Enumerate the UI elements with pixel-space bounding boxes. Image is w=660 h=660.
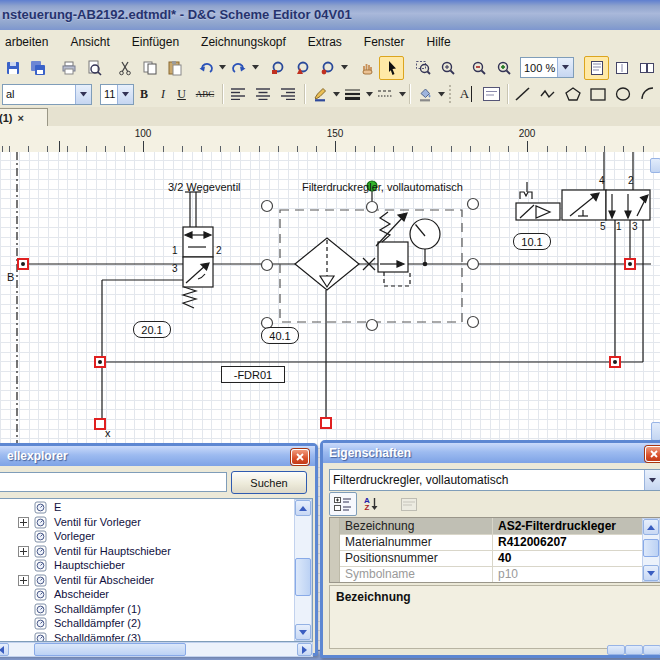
- scroll-up-icon[interactable]: [295, 500, 311, 516]
- text-icon[interactable]: A: [454, 82, 479, 106]
- text-box-icon[interactable]: [479, 82, 504, 106]
- expand-icon[interactable]: [18, 517, 29, 528]
- valve-3-2-symbol[interactable]: [183, 192, 213, 308]
- font-name-arrow-icon[interactable]: [75, 85, 91, 104]
- underline-button[interactable]: U: [172, 82, 191, 106]
- property-row[interactable]: Materialnummer R412006207: [330, 534, 660, 551]
- valve-5-2-symbol[interactable]: [516, 182, 650, 220]
- view-page-icon[interactable]: [584, 56, 609, 80]
- polyline-tool-icon[interactable]: [535, 82, 560, 106]
- zoom-dynamic-icon[interactable]: [435, 56, 460, 80]
- zoom-window-icon[interactable]: [410, 56, 435, 80]
- pressure-gauge-symbol[interactable]: [410, 219, 440, 266]
- align-left-icon[interactable]: [226, 82, 251, 106]
- rectangle-tool-icon[interactable]: [585, 82, 610, 106]
- pen-color-icon[interactable]: [307, 82, 332, 106]
- save-all-icon[interactable]: [25, 56, 50, 80]
- scroll-thumb[interactable]: [295, 558, 311, 596]
- select-icon[interactable]: [379, 56, 404, 80]
- explorer-title-bar[interactable]: ellexplorer: [0, 446, 315, 466]
- document-tab[interactable]: (1) ×: [0, 108, 48, 127]
- fill-color-icon[interactable]: [413, 82, 438, 106]
- alphabetical-sort-button[interactable]: AZ: [357, 492, 385, 516]
- zoom-out-icon[interactable]: [466, 56, 491, 80]
- property-value[interactable]: AS2-Filterdruckleger: [493, 518, 660, 534]
- scroll-left-icon[interactable]: [0, 643, 9, 656]
- print-preview-icon[interactable]: [81, 56, 106, 80]
- filter-symbol[interactable]: [295, 238, 359, 290]
- strikethrough-button[interactable]: ABC: [191, 82, 219, 106]
- line-style-icon[interactable]: [373, 82, 398, 106]
- hscroll-fragment[interactable]: [643, 645, 660, 655]
- menu-zeichnungskopf[interactable]: Zeichnungskopf: [193, 32, 294, 52]
- property-grid[interactable]: Bezeichnung AS2-Filterdruckleger Materia…: [329, 517, 660, 583]
- line-width-icon[interactable]: [340, 82, 365, 106]
- align-right-icon[interactable]: [276, 82, 301, 106]
- fill-color-dropdown-icon[interactable]: [438, 83, 446, 105]
- property-value[interactable]: 40: [493, 550, 660, 566]
- pan-icon[interactable]: [354, 56, 379, 80]
- property-row[interactable]: Bezeichnung AS2-Filterdruckleger: [330, 518, 660, 535]
- font-size-combo[interactable]: 11: [100, 84, 134, 105]
- expand-icon[interactable]: [18, 546, 29, 557]
- redo-dropdown-icon[interactable]: [251, 57, 259, 79]
- grid-vertical-scrollbar[interactable]: [642, 518, 660, 582]
- view-two-pages-icon[interactable]: [634, 56, 659, 80]
- zoom-combo-arrow-icon[interactable]: [557, 58, 573, 77]
- explorer-search-input[interactable]: [0, 472, 227, 492]
- pen-color-dropdown-icon[interactable]: [332, 83, 340, 105]
- explorer-tree[interactable]: E Ventil für Vorleger Vorleger Ventil fü…: [0, 498, 313, 642]
- scroll-thumb[interactable]: [34, 643, 186, 656]
- redo-icon[interactable]: [226, 56, 251, 80]
- regulator-symbol[interactable]: [363, 212, 410, 286]
- tree-vertical-scrollbar[interactable]: [294, 499, 312, 641]
- check-symbols-icon[interactable]: [290, 56, 315, 80]
- properties-title-bar[interactable]: Eigenschaften: [323, 443, 660, 463]
- explorer-horizontal-scrollbar[interactable]: [0, 642, 313, 657]
- line-width-dropdown-icon[interactable]: [365, 83, 373, 105]
- position-tag-10[interactable]: 10.1: [513, 233, 551, 250]
- zoom-level-combo[interactable]: 100 %: [520, 57, 574, 78]
- undo-icon[interactable]: [193, 56, 218, 80]
- component-selector-arrow-icon[interactable]: [644, 470, 660, 490]
- canvas-scroll-up-icon[interactable]: [650, 158, 660, 173]
- check-drawing-icon[interactable]: [265, 56, 290, 80]
- bold-button[interactable]: B: [134, 82, 154, 106]
- device-tag-fdr01[interactable]: -FDR01: [221, 366, 285, 383]
- zoom-in-icon[interactable]: [491, 56, 516, 80]
- component-selector-combo[interactable]: Filterdruckregler, vollautomatisch: [329, 469, 660, 491]
- property-value[interactable]: R412006207: [493, 534, 660, 550]
- explorer-close-icon[interactable]: [291, 449, 309, 465]
- scroll-thumb[interactable]: [643, 539, 659, 557]
- hscroll-fragment[interactable]: [625, 645, 643, 655]
- menu-fenster[interactable]: Fenster: [356, 32, 413, 52]
- paste-icon[interactable]: [162, 56, 187, 80]
- font-name-combo[interactable]: al: [2, 84, 92, 105]
- arc-tool-icon[interactable]: [635, 82, 660, 106]
- explorer-search-button[interactable]: Suchen: [231, 471, 307, 494]
- font-size-arrow-icon[interactable]: [117, 85, 133, 104]
- align-center-icon[interactable]: [251, 82, 276, 106]
- line-tool-icon[interactable]: [510, 82, 535, 106]
- property-value[interactable]: p10: [493, 566, 660, 582]
- polygon-tool-icon[interactable]: [560, 82, 585, 106]
- tab-close-icon[interactable]: ×: [17, 112, 23, 124]
- scroll-up-icon[interactable]: [643, 519, 659, 535]
- cut-icon[interactable]: [112, 56, 137, 80]
- italic-button[interactable]: I: [154, 82, 172, 106]
- scroll-down-icon[interactable]: [295, 624, 311, 640]
- hscroll-fragment[interactable]: [607, 645, 625, 655]
- categorized-view-button[interactable]: [329, 492, 357, 516]
- line-style-dropdown-icon[interactable]: [398, 83, 406, 105]
- canvas-scroll-thumb[interactable]: [651, 422, 660, 441]
- ellipse-tool-icon[interactable]: [610, 82, 635, 106]
- position-tag-40[interactable]: 40.1: [261, 327, 299, 344]
- menu-hilfe[interactable]: Hilfe: [419, 32, 459, 52]
- title-bar[interactable]: nsteuerung-AB2192.edtmdl* - D&C Scheme E…: [0, 0, 660, 30]
- properties-close-icon[interactable]: [645, 446, 660, 462]
- copy-icon[interactable]: [137, 56, 162, 80]
- menu-ansicht[interactable]: Ansicht: [62, 32, 117, 52]
- print-icon[interactable]: [56, 56, 81, 80]
- property-row[interactable]: Positionsnummer 40: [330, 550, 660, 567]
- save-icon[interactable]: [0, 56, 25, 80]
